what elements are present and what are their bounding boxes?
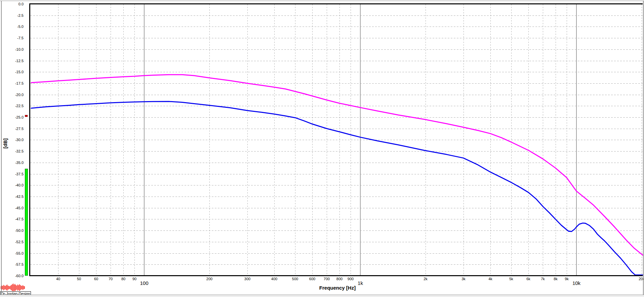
y-tick-label: -47.5: [0, 217, 24, 221]
y-axis-title: [dB]: [2, 137, 8, 150]
x-tick-label: 6k: [526, 277, 530, 281]
x-tick-label: 700: [324, 277, 330, 281]
window-border-top: [0, 1, 644, 1]
measurement-app-window: 0.0-2.5-5.0-7.5-10.0-12.5-15.0-17.5-20.0…: [0, 0, 644, 297]
frequency-response-plot: [0, 0, 644, 297]
window-border-left: [1, 1, 2, 295]
x-tick-label: 3k: [461, 277, 466, 281]
x-tick-label: 4k: [488, 277, 492, 281]
y-tick-label: -40.0: [0, 183, 24, 187]
x-tick-label: 60: [94, 277, 98, 281]
y-tick-label: -17.5: [0, 81, 24, 85]
x-tick-label: 80: [121, 277, 125, 281]
x-tick-label: 200: [206, 277, 212, 281]
x-tick-label: 8k: [554, 277, 558, 281]
y-tick-label: -2.5: [0, 13, 24, 17]
y-tick-label: -45.0: [0, 206, 24, 210]
x-tick-label: 7k: [541, 277, 545, 281]
window-bottom-strip: [0, 295, 644, 297]
x-tick-label: 500: [292, 277, 298, 281]
x-tick-label: 40: [56, 277, 60, 281]
x-tick-label: 900: [348, 277, 354, 281]
y-tick-label: -50.0: [0, 228, 24, 232]
x-decade-label: 10k: [572, 280, 580, 286]
y-tick-label: -5.0: [0, 25, 24, 29]
x-tick-label: 2k: [424, 277, 428, 281]
x-tick-label: 400: [271, 277, 277, 281]
y-tick-label: -57.5: [0, 262, 24, 266]
x-decade-label: 1k: [358, 280, 363, 286]
y-tick-label: -27.5: [0, 127, 24, 131]
x-tick-label: 70: [109, 277, 113, 281]
window-border-right: [643, 1, 644, 295]
y-tick-label: 0.0: [0, 2, 24, 6]
y-tick-label: -52.5: [0, 240, 24, 244]
level-meter-bar: [25, 169, 28, 275]
x-axis-title: Frequency [Hz]: [319, 285, 356, 291]
waveform-logo-icon: [1, 283, 27, 292]
brand-logo: Dr-Jordan-Design: [0, 282, 30, 296]
y-tick-label: -7.5: [0, 36, 24, 40]
x-tick-label: 5k: [509, 277, 513, 281]
y-tick-label: -60.0: [0, 274, 24, 278]
x-tick-label: 90: [132, 277, 136, 281]
y-tick-label: -55.0: [0, 251, 24, 255]
x-tick-label: 50: [77, 277, 81, 281]
y-tick-label: -25.0: [0, 115, 24, 119]
y-tick-label: -20.0: [0, 93, 24, 97]
y-tick-label: -22.5: [0, 104, 24, 108]
y-tick-label: -12.5: [0, 59, 24, 63]
x-tick-label: 300: [244, 277, 250, 281]
x-tick-label: 800: [336, 277, 343, 281]
x-tick-label: 600: [309, 277, 315, 281]
x-tick-label: 9k: [565, 277, 569, 281]
y-tick-label: -42.5: [0, 195, 24, 199]
x-decade-label: 100: [140, 280, 148, 286]
y-tick-label: -37.5: [0, 172, 24, 176]
level-meter-peak-marker: [25, 115, 28, 117]
y-tick-label: -35.0: [0, 161, 24, 165]
y-tick-label: -15.0: [0, 70, 24, 74]
y-tick-label: -10.0: [0, 47, 24, 51]
